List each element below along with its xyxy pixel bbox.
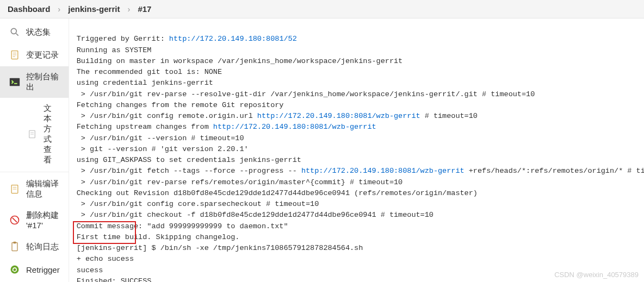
clipboard-icon xyxy=(9,241,21,253)
delete-icon xyxy=(9,214,21,226)
sidebar-item-console[interactable]: 控制台输出 xyxy=(0,66,69,98)
log-line: > /usr/bin/git fetch --tags --force --pr… xyxy=(77,167,301,175)
sidebar-item-label: 删除构建 '#17' xyxy=(26,210,60,230)
log-link[interactable]: http://172.20.149.180:8081/52 xyxy=(169,35,297,43)
annotation-box xyxy=(73,221,136,244)
log-line: # timeout=10 xyxy=(420,112,478,120)
sidebar-item-label: 状态集 xyxy=(26,27,51,37)
sidebar-item-delete-build[interactable]: 删除构建 '#17' xyxy=(0,205,69,235)
sidebar-item-status[interactable]: 状态集 xyxy=(0,21,69,43)
notepad-icon xyxy=(9,49,21,61)
log-line: + echo sucess xyxy=(77,255,134,263)
log-line: Fetching upstream changes from xyxy=(77,123,213,131)
log-line: [jenkins-gerrit] $ /bin/sh -xe /tmp/jenk… xyxy=(77,244,363,252)
log-link[interactable]: http://172.20.149.180:8081/wzb-gerrit xyxy=(257,112,420,120)
search-icon xyxy=(9,26,21,38)
log-line: sucess xyxy=(77,266,103,274)
sidebar-item-polling-log[interactable]: 轮询日志 xyxy=(0,235,69,258)
sidebar-item-label: 轮询日志 xyxy=(26,242,59,252)
log-line: using GIT_ASKPASS to set credentials jen… xyxy=(77,156,301,164)
log-line: The recommended git tool is: NONE xyxy=(77,68,222,76)
log-line: Triggered by Gerrit: xyxy=(77,35,169,43)
log-line: > /usr/bin/git --version # timeout=10 xyxy=(77,134,244,142)
sidebar-item-retrigger[interactable]: Retrigger xyxy=(0,258,69,281)
console-output: Triggered by Gerrit: http://172.20.149.1… xyxy=(69,18,644,282)
svg-rect-16 xyxy=(12,243,17,251)
svg-line-15 xyxy=(13,218,17,222)
log-line: > /usr/bin/git rev-parse refs/remotes/or… xyxy=(77,178,403,186)
watermark: CSDN @weixin_40579389 xyxy=(554,271,639,279)
chevron-right-icon: › xyxy=(58,4,60,14)
document-icon xyxy=(26,128,38,140)
sidebar-item-label: 控制台输出 xyxy=(26,72,60,92)
sidebar-item-label: 编辑编译信息 xyxy=(26,179,60,199)
log-line: Finished: SUCCESS xyxy=(77,277,152,282)
breadcrumb-build[interactable]: #17 xyxy=(138,4,151,14)
breadcrumb-job[interactable]: jenkins-gerrit xyxy=(68,4,120,14)
sidebar-item-console-text[interactable]: 文本方式查看 xyxy=(0,98,69,171)
log-link[interactable]: http://172.20.149.180:8081/wzb-gerrit xyxy=(213,123,376,131)
svg-line-1 xyxy=(16,34,18,36)
log-line: Running as SYSTEM xyxy=(77,46,152,54)
log-line: +refs/heads/*:refs/remotes/origin/* # ti… xyxy=(465,167,644,175)
log-line: using credential jenkins-gerrit xyxy=(77,79,213,87)
svg-rect-17 xyxy=(14,242,16,243)
breadcrumb-dashboard[interactable]: Dashboard xyxy=(8,4,50,14)
log-line: > /usr/bin/git checkout -f d18b0fd8e45cd… xyxy=(77,211,434,219)
svg-rect-6 xyxy=(10,78,20,86)
log-line: > /usr/bin/git config core.sparsecheckou… xyxy=(77,200,319,208)
log-line: > /usr/bin/git rev-parse --resolve-git-d… xyxy=(77,90,535,98)
log-line: > /usr/bin/git config remote.origin.url xyxy=(77,112,257,120)
breadcrumb: Dashboard › jenkins-gerrit › #17 xyxy=(0,0,644,18)
sidebar-item-label: 文本方式查看 xyxy=(44,103,60,165)
sidebar-item-label: Retrigger xyxy=(26,265,60,274)
sidebar: 状态集 变更记录 控制台输出 文本方式查看 编辑编译信息 删除构建 '#17' … xyxy=(0,18,69,282)
sidebar-item-label: 变更记录 xyxy=(26,50,59,60)
log-line: Checking out Revision d18b0fd8e45cde129d… xyxy=(77,189,478,197)
sidebar-item-changes[interactable]: 变更记录 xyxy=(0,43,69,66)
log-line: Building on master in workspace /var/jen… xyxy=(77,57,403,65)
terminal-icon xyxy=(9,76,21,88)
svg-point-18 xyxy=(11,266,19,274)
notepad-icon xyxy=(9,183,21,195)
divider xyxy=(0,172,69,172)
log-line: Fetching changes from the remote Git rep… xyxy=(77,101,284,109)
log-line: > git --version # 'git version 2.20.1' xyxy=(77,145,249,153)
chevron-right-icon: › xyxy=(127,4,130,14)
svg-point-0 xyxy=(11,28,16,34)
sidebar-item-edit-build-info[interactable]: 编辑编译信息 xyxy=(0,173,69,205)
retrigger-icon xyxy=(9,264,21,275)
log-link[interactable]: http://172.20.149.180:8081/wzb-gerrit xyxy=(301,167,465,175)
